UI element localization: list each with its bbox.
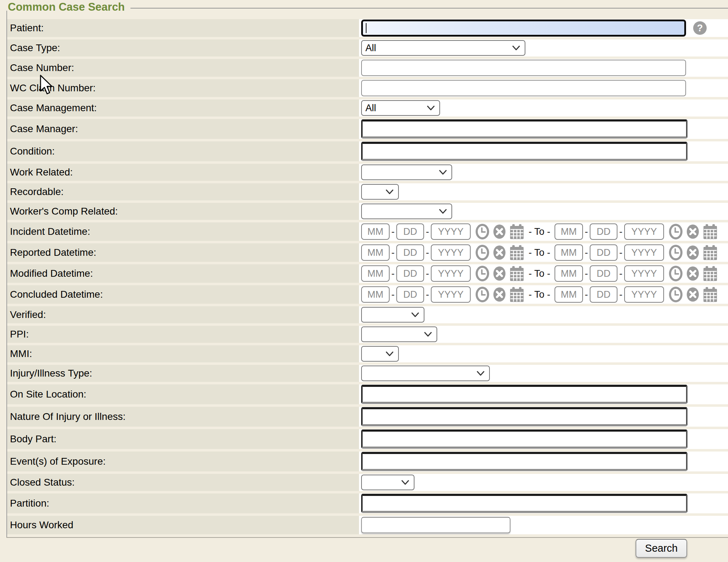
concluded-datetime-from-month-input[interactable]: MM	[361, 286, 390, 303]
search-button[interactable]: Search	[636, 539, 687, 558]
body-part-input[interactable]	[361, 429, 687, 449]
concluded-datetime-to-year-input[interactable]: YYYY	[624, 286, 664, 303]
clock-icon[interactable]	[669, 244, 683, 261]
events-of-exposure-input[interactable]	[361, 452, 687, 471]
incident-datetime-from-day-input[interactable]: DD	[396, 223, 424, 240]
condition-input[interactable]	[361, 142, 687, 161]
help-icon[interactable]: ?	[693, 21, 707, 35]
incident-datetime-range: MM-DD-YYYY- To -MM-DD-YYYY	[361, 223, 718, 240]
form-row-events-of-exposure: Event(s) of Exposure:	[7, 452, 728, 471]
clock-icon[interactable]	[669, 223, 683, 240]
date-separator: -	[585, 226, 588, 237]
clock-icon[interactable]	[669, 286, 683, 303]
date-separator: -	[426, 226, 429, 237]
form-row-mmi: MMI:	[7, 345, 728, 362]
ppi-select[interactable]	[361, 326, 437, 342]
field-label: Body Part:	[10, 433, 57, 445]
reported-datetime-range: MM-DD-YYYY- To -MM-DD-YYYY	[361, 244, 718, 261]
calendar-icon[interactable]	[509, 244, 524, 261]
reported-datetime-to-month-input[interactable]: MM	[555, 244, 583, 261]
field-label-cell: PPI:	[7, 326, 359, 343]
reported-datetime-from-month-input[interactable]: MM	[361, 244, 390, 261]
field-label-cell: Case Manager:	[7, 119, 359, 139]
concluded-datetime-to-month-input[interactable]: MM	[555, 286, 583, 303]
calendar-icon[interactable]	[509, 223, 524, 240]
field-label-cell: Worker's Comp Related:	[7, 203, 359, 220]
clear-icon[interactable]	[493, 287, 506, 302]
verified-select[interactable]	[361, 307, 424, 323]
reported-datetime-to-day-input[interactable]: DD	[590, 244, 617, 261]
case-management-select[interactable]: All	[361, 100, 440, 116]
form-row-on-site-location: On Site Location:	[7, 384, 728, 404]
field-value-cell: All	[359, 39, 728, 56]
clear-icon[interactable]	[686, 224, 700, 239]
date-separator: -	[426, 247, 429, 258]
modified-datetime-from-year-input[interactable]: YYYY	[431, 265, 471, 282]
work-related-select[interactable]	[361, 164, 452, 180]
field-label-cell: MMI:	[7, 345, 359, 362]
field-label: Closed Status:	[10, 477, 75, 488]
wc-claim-number-input[interactable]	[361, 80, 686, 96]
incident-datetime-to-year-input[interactable]: YYYY	[624, 223, 664, 240]
calendar-icon[interactable]	[703, 286, 718, 303]
recordable-select[interactable]	[361, 184, 399, 200]
clock-icon[interactable]	[475, 244, 489, 261]
form-row-case-management: Case Management:All	[7, 99, 728, 117]
clock-icon[interactable]	[475, 265, 489, 282]
incident-datetime-to-day-input[interactable]: DD	[590, 223, 617, 240]
calendar-icon[interactable]	[509, 265, 524, 282]
clear-icon[interactable]	[493, 266, 506, 281]
calendar-icon[interactable]	[703, 223, 718, 240]
date-separator: -	[619, 289, 622, 300]
clear-icon[interactable]	[686, 266, 700, 281]
modified-datetime-to-year-input[interactable]: YYYY	[624, 265, 664, 282]
reported-datetime-to-year-input[interactable]: YYYY	[624, 244, 664, 261]
field-label-cell: Partition:	[7, 493, 359, 513]
calendar-icon[interactable]	[703, 244, 718, 261]
field-value-cell	[359, 407, 728, 427]
modified-datetime-range: MM-DD-YYYY- To -MM-DD-YYYY	[361, 265, 718, 282]
modified-datetime-to-day-input[interactable]: DD	[590, 265, 617, 282]
text-caret	[366, 23, 366, 33]
concluded-datetime-to-day-input[interactable]: DD	[590, 286, 617, 303]
date-separator: -	[619, 226, 622, 237]
incident-datetime-to-month-input[interactable]: MM	[555, 223, 583, 240]
calendar-icon[interactable]	[703, 265, 718, 282]
clock-icon[interactable]	[475, 223, 489, 240]
mmi-select[interactable]	[361, 346, 399, 362]
injury-illness-type-select[interactable]	[361, 366, 490, 381]
workers-comp-related-select[interactable]	[361, 204, 452, 219]
clear-icon[interactable]	[686, 287, 700, 302]
nature-of-injury-input[interactable]	[361, 407, 687, 426]
clear-icon[interactable]	[686, 245, 700, 260]
closed-status-select[interactable]	[361, 475, 414, 490]
modified-datetime-to-month-input[interactable]: MM	[555, 265, 583, 282]
on-site-location-input[interactable]	[361, 385, 687, 404]
clear-icon[interactable]	[493, 224, 506, 239]
calendar-icon[interactable]	[509, 286, 524, 303]
clock-icon[interactable]	[669, 265, 683, 282]
concluded-datetime-from-year-input[interactable]: YYYY	[431, 286, 471, 303]
patient-input[interactable]	[361, 20, 686, 37]
field-label: Condition:	[10, 146, 55, 157]
partition-input[interactable]	[361, 494, 687, 513]
reported-datetime-from-day-input[interactable]: DD	[396, 244, 424, 261]
clear-icon[interactable]	[493, 245, 506, 260]
field-label-cell: On Site Location:	[7, 384, 359, 404]
form-row-modified-datetime: Modified Datetime:MM-DD-YYYY- To -MM-DD-…	[7, 264, 728, 283]
field-value-cell: MM-DD-YYYY- To -MM-DD-YYYY	[359, 285, 728, 304]
case-manager-input[interactable]	[361, 119, 687, 139]
incident-datetime-from-year-input[interactable]: YYYY	[431, 223, 471, 240]
case-type-select[interactable]: All	[361, 40, 525, 56]
hours-worked-input[interactable]	[361, 517, 510, 533]
date-separator: -	[426, 268, 429, 279]
modified-datetime-from-day-input[interactable]: DD	[396, 265, 424, 282]
case-number-input[interactable]	[361, 60, 686, 76]
incident-datetime-from-month-input[interactable]: MM	[361, 223, 390, 240]
field-label: Nature Of Injury or Illness:	[10, 411, 125, 422]
form-row-hours-worked: Hours Worked	[7, 516, 728, 534]
reported-datetime-from-year-input[interactable]: YYYY	[431, 244, 471, 261]
clock-icon[interactable]	[475, 286, 489, 303]
concluded-datetime-from-day-input[interactable]: DD	[396, 286, 424, 303]
modified-datetime-from-month-input[interactable]: MM	[361, 265, 390, 282]
